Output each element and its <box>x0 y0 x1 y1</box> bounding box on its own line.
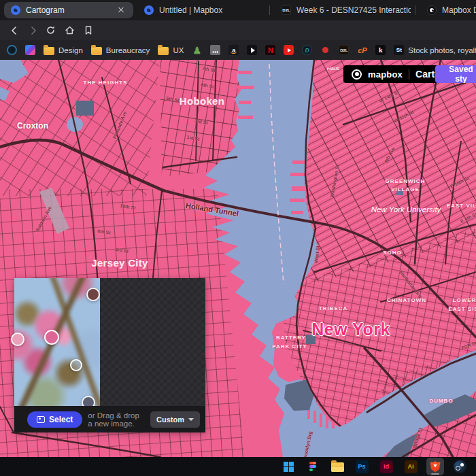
back-button[interactable] <box>7 23 21 37</box>
chevron-down-icon <box>188 418 194 421</box>
color-handle-hot-pink[interactable] <box>44 330 59 345</box>
bookmark-folder-design[interactable]: Design <box>44 46 83 55</box>
colorful-icon <box>25 45 35 55</box>
indesign-button[interactable]: Id <box>377 458 395 475</box>
brave-icon <box>430 461 441 473</box>
mapbox-logo-icon <box>352 69 362 80</box>
tab-untitled-mapbox[interactable]: Untitled | Mapbox <box>137 2 264 18</box>
bookmark-play[interactable] <box>247 45 257 55</box>
cpanel-icon: cP <box>357 45 367 55</box>
browser-tab-strip: Cartogram Untitled | Mapbox D2L Week 6 -… <box>0 0 476 20</box>
color-handle-maroon[interactable] <box>86 288 100 301</box>
folder-icon <box>91 47 102 55</box>
select-image-button[interactable]: Select <box>27 411 82 428</box>
home-button[interactable] <box>63 23 77 37</box>
d-circle-icon: D <box>302 45 312 55</box>
picker-action-bar: Select or Drag & drop a new image. Custo… <box>14 406 205 432</box>
active-app-indicator <box>431 473 439 475</box>
folder-icon <box>331 462 344 472</box>
amazon-icon: a <box>228 45 239 55</box>
color-handle-blue[interactable] <box>70 359 82 371</box>
photoshop-icon: Ps <box>356 460 369 473</box>
bookmark-d2l[interactable]: D2L <box>339 45 349 55</box>
tab-title: Week 6 - DESN27425 Interaction Des <box>296 5 411 15</box>
forward-button[interactable] <box>26 23 40 37</box>
folder-icon <box>44 47 54 55</box>
browser-toolbar: apps.mapbox.com/cartogram/#12.82/40.7224… <box>0 20 476 40</box>
bookmark-kickstarter[interactable]: k <box>375 45 386 55</box>
bookmark-youtube[interactable] <box>284 45 294 55</box>
figma-taskbar-button[interactable] <box>304 458 322 475</box>
close-tab-icon[interactable] <box>116 5 126 16</box>
image-color-picker-panel: Select or Drag & drop a new image. Custo… <box>14 278 205 432</box>
transparency-checkerboard <box>100 278 205 406</box>
circle-icon <box>7 45 17 55</box>
red-dot-icon <box>322 47 328 53</box>
bookmark-red-dot[interactable] <box>320 45 330 55</box>
desktop: Cartogram Untitled | Mapbox D2L Week 6 -… <box>0 0 476 476</box>
bookmark-netflix[interactable]: N <box>265 45 275 55</box>
tab-title: Mapbox Docs <box>442 5 476 15</box>
taskbar-icons: Ps Id Ai <box>279 457 469 476</box>
divider <box>409 69 409 80</box>
steam-button[interactable] <box>451 458 469 475</box>
drag-drop-hint: or Drag & drop a new image. <box>88 411 145 428</box>
bookmark-button[interactable] <box>81 23 95 37</box>
bookmark-folder-bureaucracy[interactable]: Bureaucracy <box>91 46 150 55</box>
bookmarks-bar: Design Bureaucracy UX ♟ a N D D2L cP k S… <box>0 40 476 60</box>
mapbox-favicon <box>11 5 20 15</box>
bookmark-folder-ux[interactable]: UX <box>158 46 184 55</box>
illustrator-button[interactable]: Ai <box>402 458 420 475</box>
tab-title: Cartogram <box>26 5 65 15</box>
figma-icon <box>309 462 316 472</box>
bookmark-deezer[interactable]: D <box>302 45 312 55</box>
saved-styles-button[interactable]: Saved sty <box>435 65 476 83</box>
file-explorer-button[interactable] <box>328 458 346 475</box>
bookmark-stock-photos[interactable]: StStock photos, royalt... <box>394 45 476 55</box>
tab-cartogram[interactable]: Cartogram <box>4 2 133 18</box>
chess-pawn-icon: ♟ <box>192 45 202 55</box>
brand-name: mapbox <box>368 69 403 80</box>
k-icon: k <box>375 45 386 55</box>
tab-mapbox-docs[interactable]: Mapbox Docs <box>420 2 476 18</box>
tab-separator <box>269 5 270 15</box>
windows-start-button[interactable] <box>279 458 297 475</box>
preset-dropdown[interactable]: Custom <box>150 411 200 428</box>
d2l-favicon: D2L <box>282 5 291 15</box>
brave-browser-button[interactable] <box>426 458 444 475</box>
image-icon <box>37 416 45 423</box>
youtube-icon <box>284 45 294 55</box>
indesign-icon: Id <box>380 460 393 473</box>
bookmark-machine[interactable] <box>210 45 220 55</box>
photoshop-button[interactable]: Ps <box>353 458 371 475</box>
bookmark-dark-circle[interactable] <box>7 45 17 55</box>
mapbox-dark-favicon <box>427 5 437 15</box>
d2l-icon: D2L <box>339 45 349 55</box>
shutterstock-icon: St <box>394 45 404 55</box>
tab-title: Untitled | Mapbox <box>159 5 222 15</box>
folder-icon <box>158 47 169 55</box>
bookmark-chess[interactable]: ♟ <box>192 45 202 55</box>
color-handle-light-pink[interactable] <box>11 333 24 346</box>
play-icon <box>247 45 257 55</box>
tab-week6[interactable]: D2L Week 6 - DESN27425 Interaction Des <box>275 2 411 18</box>
windows-icon <box>284 462 294 472</box>
mapbox-favicon <box>144 5 154 15</box>
steam-icon <box>454 460 466 473</box>
tab-separator <box>415 5 415 15</box>
machine-icon <box>210 45 220 55</box>
illustrator-icon: Ai <box>405 460 418 473</box>
bookmark-colorful[interactable] <box>25 45 35 55</box>
reload-button[interactable] <box>44 23 58 37</box>
windows-taskbar: Ps Id Ai <box>0 457 476 476</box>
bookmark-cpanel[interactable]: cP <box>357 45 367 55</box>
netflix-icon: N <box>265 45 275 55</box>
bookmark-amazon[interactable]: a <box>228 45 239 55</box>
